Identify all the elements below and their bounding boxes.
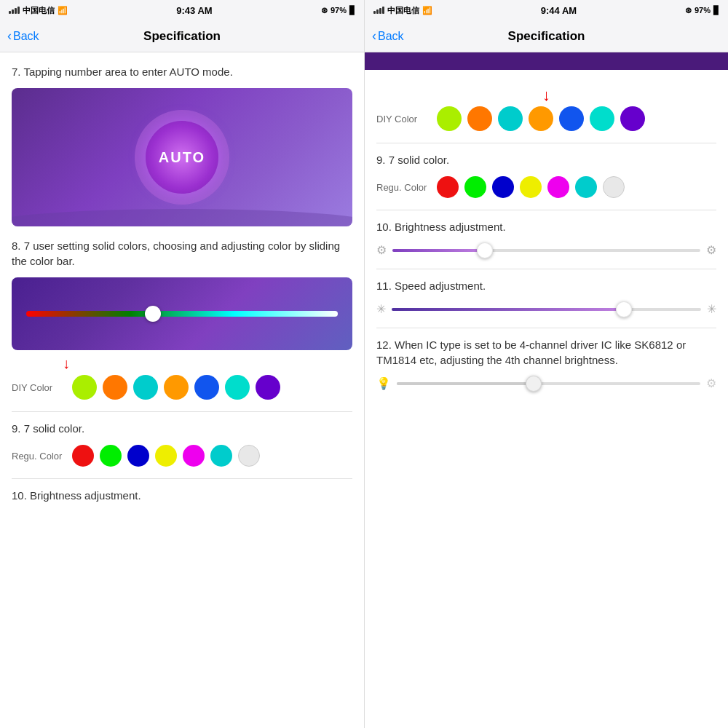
right-divider-1 (376, 143, 716, 143)
diy-color-3[interactable] (133, 375, 158, 400)
battery-icon: ▊ (349, 6, 355, 15)
right-regu-color-3[interactable] (492, 176, 514, 198)
right-bluetooth-icon: ⊛ (685, 6, 692, 15)
colorbar-image (12, 277, 352, 350)
left-diy-label: DIY Color (12, 382, 66, 393)
diy-color-1[interactable] (72, 375, 97, 400)
right-section11-text: 11. Speed adjustment. (376, 278, 716, 293)
back-chevron-icon: ‹ (7, 28, 12, 44)
channel-thumb[interactable] (526, 376, 542, 392)
right-section12-text: 12. When IC type is set to be 4-channel … (376, 337, 716, 368)
left-regu-label: Regu. Color (12, 451, 66, 462)
regu-color-7[interactable] (238, 445, 260, 467)
left-status-bar: 中国电信 📶 9:43 AM ⊛ 97% ▊ (0, 0, 364, 20)
right-regu-color-2[interactable] (464, 176, 486, 198)
regu-color-4[interactable] (155, 445, 177, 467)
right-section10-text: 10. Brightness adjustment. (376, 219, 716, 234)
right-diy-color-7[interactable] (620, 106, 645, 131)
section10-text: 10. Brightness adjustment. (12, 488, 352, 503)
speed-slider-row: ✳ ✳ (376, 302, 716, 316)
channel-slider-section: 💡 ⚙ (376, 376, 716, 390)
right-regu-color-7[interactable] (603, 176, 625, 198)
diy-color-2[interactable] (103, 375, 127, 400)
regu-color-1[interactable] (72, 445, 94, 467)
right-diy-color-6[interactable] (590, 106, 614, 131)
right-diy-color-3[interactable] (498, 106, 523, 131)
colorbar-thumb (145, 306, 161, 322)
brightness-high-icon: ⚙ (706, 243, 716, 257)
regu-color-3[interactable] (127, 445, 149, 467)
right-nav-bar: ‹ Back Specification (365, 20, 728, 52)
right-diy-color-row: DIY Color (376, 106, 716, 131)
diy-color-4[interactable] (164, 375, 189, 400)
right-regu-label: Regu. Color (376, 182, 431, 193)
right-carrier: 中国电信 (387, 5, 419, 16)
right-status-bar: 中国电信 📶 9:44 AM ⊛ 97% ▊ (365, 0, 728, 20)
left-status-right: ⊛ 97% ▊ (321, 6, 355, 15)
regu-color-6[interactable] (210, 445, 232, 467)
right-diy-color-4[interactable] (529, 106, 553, 131)
right-regu-color-6[interactable] (575, 176, 597, 198)
left-status-left: 中国电信 📶 (9, 5, 68, 16)
left-back-label: Back (13, 30, 39, 43)
brightness-slider-row: ⚙ ⚙ (376, 243, 716, 257)
right-regu-color-1[interactable] (437, 176, 459, 198)
right-diy-color-5[interactable] (559, 106, 584, 131)
regu-color-5[interactable] (183, 445, 205, 467)
brightness-track[interactable] (392, 249, 700, 252)
left-back-button[interactable]: ‹ Back (7, 28, 39, 44)
right-divider-3 (376, 269, 716, 269)
right-regu-color-row: Regu. Color (376, 176, 716, 198)
regu-color-2[interactable] (100, 445, 122, 467)
left-nav-title: Specification (143, 29, 221, 44)
section9-text: 9. 7 solid color. (12, 421, 352, 436)
right-divider-2 (376, 210, 716, 210)
brightness-low-icon: ⚙ (376, 243, 387, 257)
wifi-icon: 📶 (58, 6, 68, 15)
signal-icon (9, 7, 20, 14)
left-arrow-down: ↓ (12, 356, 352, 371)
red-arrow-icon: ↓ (63, 356, 70, 371)
screen-container: 中国电信 📶 9:43 AM ⊛ 97% ▊ ‹ Back Specificat… (0, 0, 728, 728)
divider-2 (12, 478, 352, 479)
auto-mode-image: AUTO (12, 88, 352, 226)
speed-thumb[interactable] (616, 301, 632, 317)
right-section9-text: 9. 7 solid color. (376, 152, 716, 167)
left-carrier: 中国电信 (23, 5, 55, 16)
right-status-left: 中国电信 📶 (373, 5, 432, 16)
speed-fill (392, 308, 624, 311)
colorbar-track (26, 311, 338, 317)
right-time: 9:44 AM (541, 5, 577, 16)
speed-low-icon: ✳ (376, 302, 386, 316)
diy-color-6[interactable] (225, 375, 250, 400)
right-signal-icon (373, 7, 384, 14)
right-red-arrow-icon: ↓ (542, 87, 550, 103)
left-diy-color-row: DIY Color (12, 375, 352, 400)
channel-high-icon: ⚙ (706, 376, 716, 390)
right-battery-pct: 97% (695, 6, 711, 15)
speed-high-icon: ✳ (707, 302, 716, 316)
auto-label: AUTO (159, 149, 205, 166)
left-content: 7. Tapping number area to enter AUTO mod… (0, 52, 364, 728)
brightness-thumb[interactable] (477, 242, 493, 258)
right-wifi-icon: 📶 (422, 6, 432, 15)
right-diy-label: DIY Color (376, 114, 431, 124)
diy-color-5[interactable] (194, 375, 219, 400)
right-back-button[interactable]: ‹ Back (372, 28, 404, 44)
right-diy-color-2[interactable] (467, 106, 492, 131)
right-back-chevron-icon: ‹ (372, 28, 376, 44)
speed-slider-section: ✳ ✳ (376, 302, 716, 316)
channel-track[interactable] (397, 382, 700, 385)
right-back-label: Back (378, 30, 404, 43)
auto-inner-circle: AUTO (146, 121, 218, 194)
right-regu-color-4[interactable] (520, 176, 542, 198)
right-arrow-section: ↓ (376, 82, 716, 103)
right-diy-color-1[interactable] (437, 106, 462, 131)
right-status-right: ⊛ 97% ▊ (685, 6, 719, 15)
diy-color-7[interactable] (256, 375, 280, 400)
speed-track[interactable] (392, 308, 701, 311)
brightness-slider-section: ⚙ ⚙ (376, 243, 716, 257)
right-regu-color-5[interactable] (547, 176, 569, 198)
left-time: 9:43 AM (176, 5, 212, 16)
auto-outer-circle: AUTO (135, 110, 229, 205)
